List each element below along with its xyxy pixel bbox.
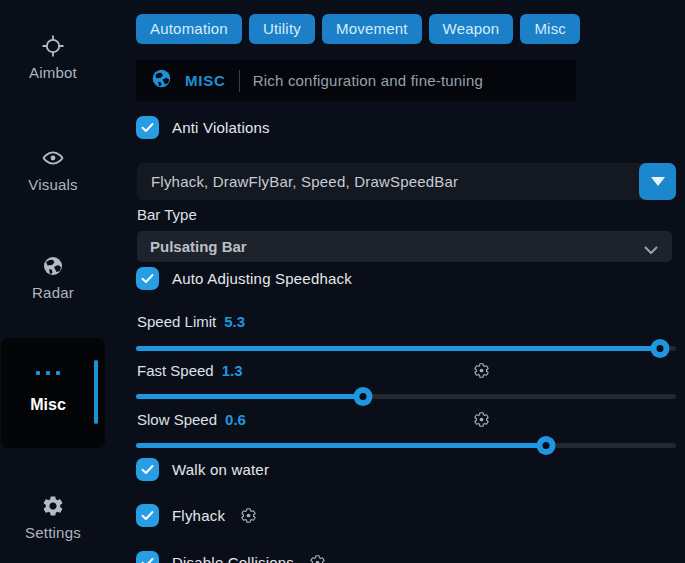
gear-icon — [41, 494, 65, 518]
bar-multiselect-value: Flyhack, DrawFlyBar, Speed, DrawSpeedBar — [137, 173, 458, 190]
section-header: MISC Rich configuration and fine-tuning — [136, 60, 576, 101]
dropdown-open-button[interactable] — [639, 163, 676, 200]
eye-icon — [41, 146, 65, 170]
slow-speed-gear-icon[interactable] — [473, 411, 490, 432]
fast-speed-label-row: Fast Speed 1.3 — [137, 362, 243, 379]
slider-fill — [136, 346, 660, 351]
check-icon — [140, 555, 155, 563]
active-indicator — [94, 360, 98, 424]
auto-adjusting-row: Auto Adjusting Speedhack — [136, 267, 352, 290]
sidebar-item-label: Visuals — [28, 176, 77, 193]
tab-misc[interactable]: Misc — [520, 14, 580, 44]
slow-speed-label-row: Slow Speed 0.6 — [137, 411, 246, 428]
sidebar-item-label: Aimbot — [29, 64, 77, 81]
slow-speed-label: Slow Speed — [137, 411, 217, 428]
disable-collisions-gear-icon[interactable] — [309, 554, 326, 563]
slider-fill — [136, 443, 546, 448]
sidebar-item-label: Misc — [1, 396, 95, 414]
sidebar-item-settings[interactable]: Settings — [0, 494, 106, 541]
check-icon — [140, 120, 155, 135]
speed-limit-value: 5.3 — [224, 313, 245, 330]
triangle-down-icon — [651, 177, 665, 186]
chevron-down-icon — [644, 241, 658, 259]
section-title: MISC — [185, 72, 226, 89]
slider-fill — [136, 394, 363, 399]
check-icon — [140, 462, 155, 477]
check-icon — [140, 508, 155, 523]
sidebar-item-visuals[interactable]: Visuals — [0, 146, 106, 193]
slider-thumb[interactable] — [353, 387, 372, 406]
slider-thumb[interactable] — [537, 436, 556, 455]
flyhack-row: Flyhack — [136, 504, 257, 527]
speed-limit-label: Speed Limit — [137, 313, 216, 330]
bar-type-select[interactable]: Pulsating Bar — [137, 231, 672, 262]
fast-speed-label: Fast Speed — [137, 362, 214, 379]
flyhack-gear-icon[interactable] — [240, 507, 257, 524]
flyhack-checkbox[interactable] — [136, 504, 159, 527]
speed-limit-slider[interactable] — [136, 339, 676, 358]
app-window: Aimbot Visuals Radar Misc — [0, 0, 685, 563]
fast-speed-value: 1.3 — [222, 362, 243, 379]
slow-speed-value: 0.6 — [225, 411, 246, 428]
sidebar-item-label: Settings — [25, 524, 81, 541]
anti-violations-row: Anti Violations — [136, 116, 270, 139]
category-tabs: Automation Utility Movement Weapon Misc — [136, 14, 580, 44]
sidebar-item-aimbot[interactable]: Aimbot — [0, 34, 106, 81]
tab-automation[interactable]: Automation — [136, 14, 242, 44]
slow-speed-slider[interactable] — [136, 436, 676, 455]
ellipsis-icon — [1, 371, 95, 375]
anti-violations-checkbox[interactable] — [136, 116, 159, 139]
bar-multiselect-field[interactable]: Flyhack, DrawFlyBar, Speed, DrawSpeedBar — [137, 163, 676, 200]
bar-type-label: Bar Type — [137, 206, 197, 223]
disable-collisions-row: Disable Collisions — [136, 551, 326, 563]
section-subtitle: Rich configuration and fine-tuning — [253, 72, 483, 89]
sidebar-item-label: Radar — [32, 284, 74, 301]
anti-violations-label: Anti Violations — [172, 119, 270, 136]
fast-speed-gear-icon[interactable] — [473, 362, 490, 383]
slider-thumb[interactable] — [650, 339, 669, 358]
disable-collisions-checkbox[interactable] — [136, 551, 159, 563]
auto-adjusting-label: Auto Adjusting Speedhack — [172, 270, 352, 287]
globe-icon — [41, 254, 65, 278]
flyhack-label: Flyhack — [172, 507, 225, 524]
tab-weapon[interactable]: Weapon — [429, 14, 514, 44]
speed-limit-label-row: Speed Limit 5.3 — [137, 313, 245, 330]
tab-movement[interactable]: Movement — [322, 14, 422, 44]
walk-on-water-label: Walk on water — [172, 461, 269, 478]
check-icon — [140, 271, 155, 286]
sidebar-item-radar[interactable]: Radar — [0, 254, 106, 301]
fast-speed-slider[interactable] — [136, 387, 676, 406]
globe-icon — [151, 68, 172, 93]
tab-utility[interactable]: Utility — [249, 14, 315, 44]
crosshair-icon — [41, 34, 65, 58]
auto-adjusting-checkbox[interactable] — [136, 267, 159, 290]
disable-collisions-label: Disable Collisions — [172, 554, 294, 563]
walk-on-water-checkbox[interactable] — [136, 458, 159, 481]
sidebar: Aimbot Visuals Radar Misc — [0, 0, 110, 563]
bar-type-value: Pulsating Bar — [137, 238, 247, 255]
sidebar-item-misc-selected[interactable]: Misc — [1, 338, 105, 448]
divider — [239, 70, 240, 92]
walk-on-water-row: Walk on water — [136, 458, 269, 481]
